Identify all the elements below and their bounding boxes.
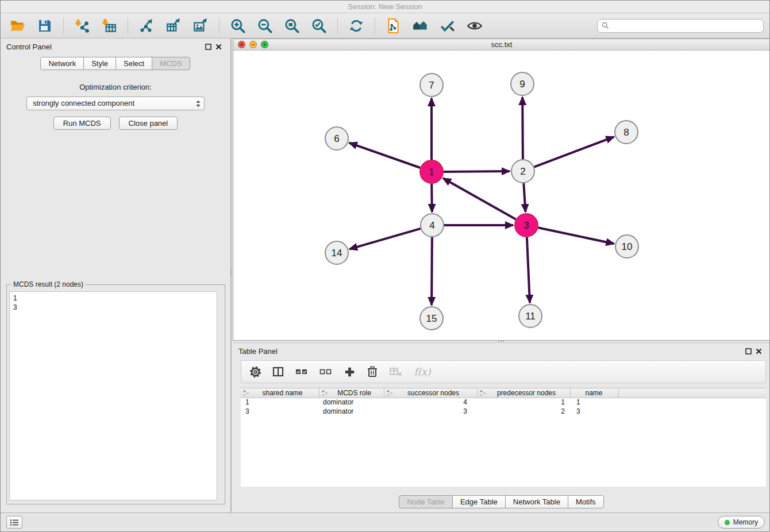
zoom-in-button[interactable] [226,16,249,36]
float-icon [205,44,211,50]
zoom-window-button[interactable] [261,41,268,48]
open-file-button[interactable] [6,16,29,36]
column-header-name[interactable]: name [571,388,619,398]
cell-mcds-role[interactable]: dominator [319,398,384,407]
first-neighbors-icon [412,18,429,34]
column-header-mcds-role[interactable]: MCDS role [319,388,384,398]
cell-mcds-role[interactable]: dominator [319,407,384,417]
graph-edge-1-4[interactable] [432,184,432,212]
add-column-button[interactable] [342,365,356,379]
apply-style-button[interactable] [436,16,459,36]
control-panel-title: Control Panel [6,43,52,51]
mcds-result-groupbox: MCDS result (2 nodes) 1 3 [6,284,225,504]
close-table-panel-button[interactable] [753,346,764,356]
task-history-button[interactable] [6,516,22,529]
app-window: Session: New Session [0,0,770,532]
table-settings-button[interactable] [248,365,262,379]
first-neighbors-button[interactable] [409,16,432,36]
close-panel-action-button[interactable]: Close panel [119,117,178,130]
zoom-selected-button[interactable] [307,16,330,36]
column-header-shared-name[interactable]: shared name [241,388,319,398]
deselect-all-button[interactable] [318,365,333,379]
export-table-button[interactable] [162,16,185,36]
tab-style[interactable]: Style [83,57,116,70]
cell-shared-name[interactable]: 1 [241,398,319,407]
table-toolbar: f(x) [241,360,766,383]
tab-network[interactable]: Network [40,57,84,70]
graph-node-label-10: 10 [622,241,633,252]
table-row[interactable]: 3 dominator 3 2 3 [241,407,766,417]
network-canvas[interactable]: 7968124314101511 [233,51,770,340]
cell-successor-nodes[interactable]: 4 [384,398,478,407]
toolbar-separator [375,18,375,34]
column-header-successor-nodes[interactable]: successor nodes [384,388,478,398]
zoom-out-button[interactable] [253,16,276,36]
cell-shared-name[interactable]: 3 [241,407,319,417]
close-panel-button[interactable] [213,42,224,51]
graph-edge-2-3[interactable] [523,183,525,212]
table-row[interactable]: 1 dominator 4 1 1 [241,398,766,407]
graph-node-label-2: 2 [520,166,525,177]
tab-motifs[interactable]: Motifs [568,495,604,508]
minimize-window-button[interactable] [249,41,257,48]
graph-edge-3-1[interactable] [443,178,516,219]
graph-edge-3-10[interactable] [538,228,614,244]
float-panel-button[interactable] [203,42,213,51]
column-header-predecessor-nodes[interactable]: predecessor nodes [478,388,571,398]
export-image-button[interactable] [189,16,212,36]
select-all-button[interactable] [294,365,309,379]
graph-edge-2-8[interactable] [534,137,614,167]
search-icon [602,22,609,29]
import-network-button[interactable] [71,16,94,36]
run-mcds-button[interactable]: Run MCDS [53,117,111,130]
tab-network-table[interactable]: Network Table [505,495,568,508]
mcds-result-list[interactable]: 1 3 [9,291,217,500]
tab-mcds[interactable]: MCDS [152,57,190,70]
mcds-result-item[interactable]: 1 [13,294,217,303]
criterion-select[interactable]: strongly connected component [26,97,205,110]
cell-successor-nodes[interactable]: 3 [384,407,478,417]
export-network-button[interactable] [135,16,158,36]
zoom-in-icon [230,18,246,34]
apply-function-button[interactable]: f(x) [413,365,432,379]
export-table-icon [165,18,182,34]
zoom-fit-button[interactable] [280,16,303,36]
graph-edge-4-15[interactable] [432,237,432,305]
cell-name[interactable]: 3 [571,407,619,417]
graph-edge-1-6[interactable] [349,143,421,168]
graph-edge-3-11[interactable] [527,237,530,303]
network-file-button[interactable] [382,16,405,36]
toolbar-separator [219,18,220,34]
show-hide-button[interactable] [463,16,486,36]
export-network-icon [138,18,155,34]
tab-edge-table[interactable]: Edge Table [452,495,506,508]
tab-select[interactable]: Select [116,57,152,70]
graph-node-label-7: 7 [429,80,434,91]
main-toolbar [1,13,769,38]
refresh-view-button[interactable] [345,16,368,36]
delete-table-button[interactable] [388,365,403,379]
memory-button[interactable]: Memory [718,516,765,529]
graph-edge-1-2[interactable] [444,171,510,172]
close-window-button[interactable] [238,41,245,48]
graph-node-label-1: 1 [429,167,434,178]
show-columns-button[interactable] [271,365,285,379]
tab-node-table[interactable]: Node Table [399,495,453,508]
cell-predecessor-nodes[interactable]: 2 [478,407,571,417]
save-session-button[interactable] [33,16,56,36]
search-input[interactable] [612,22,759,30]
import-table-button[interactable] [98,16,121,36]
search-box[interactable] [597,19,764,33]
cell-name[interactable]: 1 [571,398,619,407]
columns-icon [272,365,284,378]
delete-column-button[interactable] [365,365,379,379]
table-header-row: shared name MCDS role successor nodes pr… [241,388,766,398]
graph-edge-4-14[interactable] [349,229,421,249]
network-window-titlebar: scc.txt [233,39,770,51]
cell-predecessor-nodes[interactable]: 1 [478,398,571,407]
import-table-icon [101,18,117,34]
mcds-result-item[interactable]: 3 [13,303,217,312]
float-table-panel-button[interactable] [743,346,753,356]
graph-edge-2-9[interactable] [522,97,523,159]
vertical-split-handle[interactable] [229,266,233,279]
